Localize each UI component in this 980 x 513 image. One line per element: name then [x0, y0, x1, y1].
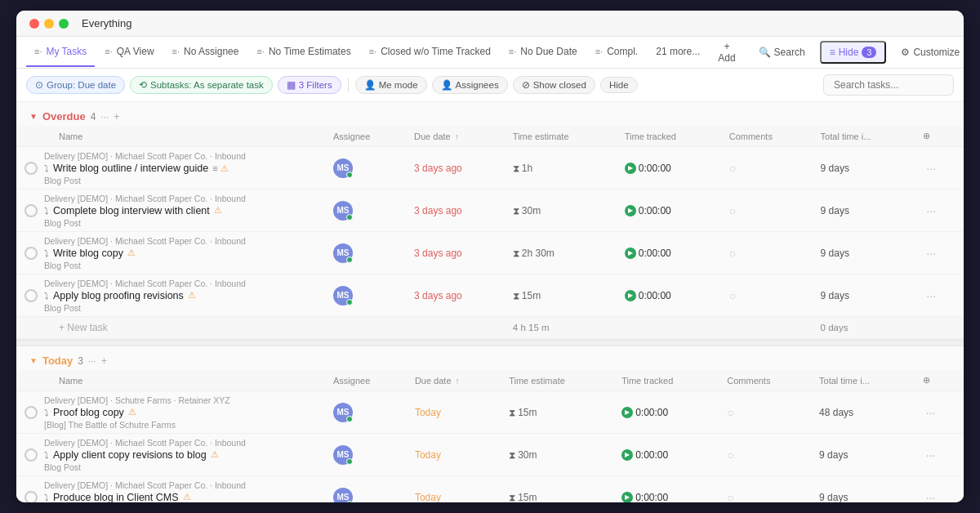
col-time-est-overdue: Time estimate	[506, 126, 618, 147]
more-button-5[interactable]: ···	[923, 406, 939, 419]
task-search[interactable]	[823, 74, 954, 96]
tab-21-more[interactable]: 21 more...	[648, 38, 708, 67]
task-more-1: ···	[916, 147, 964, 190]
filter-group-due-date[interactable]: ⊙ Group: Due date	[26, 76, 125, 94]
filter-icon: ▦	[287, 79, 296, 91]
hide-button[interactable]: ≡ Hide 3	[820, 41, 887, 64]
close-button[interactable]	[29, 19, 39, 29]
col-add-overdue[interactable]: ⊕	[916, 126, 964, 147]
avatar-dot-3	[346, 256, 353, 263]
filter-subtasks-label: Subtasks: As separate task	[150, 80, 264, 90]
filter-hide[interactable]: Hide	[600, 77, 638, 93]
total-time-4: 9 days	[821, 290, 849, 301]
tab-no-due-date[interactable]: ≡· No Due Date	[501, 38, 586, 67]
overdue-table: Name Assignee Due date ↑ Time estimate T…	[16, 126, 964, 340]
comment-icon-7[interactable]: ○	[727, 491, 733, 503]
more-button-1[interactable]: ···	[923, 162, 939, 175]
overdue-toggle[interactable]: ▼	[29, 112, 38, 121]
task-time-tracked-3: ▶0:00:00	[618, 232, 723, 274]
comment-icon-5[interactable]: ○	[727, 406, 733, 419]
task-title-6[interactable]: Apply client copy revisions to blog	[53, 449, 207, 461]
task-subtask-label-6: Blog Post	[44, 462, 81, 472]
task-title-5[interactable]: Proof blog copy	[53, 407, 124, 418]
filter-show-closed[interactable]: ⊘ Show closed	[513, 76, 595, 94]
summary-due	[408, 317, 506, 340]
task-assignee-1: MS	[327, 147, 408, 190]
task-comments-4: ○	[723, 274, 814, 317]
col-assignee-today: Assignee	[327, 370, 408, 391]
comment-icon-4[interactable]: ○	[729, 289, 736, 302]
search-input[interactable]	[823, 74, 954, 96]
task-checkbox-6[interactable]	[24, 448, 38, 462]
comment-icon-6[interactable]: ○	[727, 448, 733, 462]
avatar-4: MS	[333, 286, 353, 306]
task-total-6: 9 days	[813, 434, 916, 476]
filter-3-filters[interactable]: ▦ 3 Filters	[278, 76, 341, 94]
task-name-cell-7: Delivery [DEMO] · Michael Scott Paper Co…	[16, 476, 327, 503]
comment-icon-3[interactable]: ○	[729, 247, 736, 260]
avatar-dot-7	[346, 501, 353, 503]
maximize-button[interactable]	[59, 19, 69, 29]
overdue-add[interactable]: +	[114, 111, 119, 123]
more-button-4[interactable]: ···	[923, 289, 939, 302]
task-checkbox-2[interactable]	[24, 204, 38, 217]
add-tab-button[interactable]: + Add	[710, 37, 743, 68]
today-title: Today	[42, 355, 73, 367]
task-time-tracked-5: ▶0:00:00	[615, 391, 720, 434]
avatar-6: MS	[333, 445, 353, 465]
filter-hide-label: Hide	[609, 80, 629, 90]
col-add-today[interactable]: ⊕	[916, 370, 964, 391]
table-row: Delivery [DEMO] · Michael Scott Paper Co…	[16, 190, 964, 232]
task-title-3[interactable]: Write blog copy	[53, 248, 123, 259]
today-more[interactable]: ···	[88, 355, 96, 367]
task-checkbox-5[interactable]	[24, 406, 38, 419]
hide-icon: ≡	[830, 47, 835, 58]
traffic-lights	[29, 19, 69, 29]
task-title-1[interactable]: Write blog outline / interview guide	[53, 163, 208, 174]
comment-icon-2[interactable]: ○	[729, 204, 736, 217]
today-add[interactable]: +	[101, 355, 107, 367]
task-checkbox-4[interactable]	[24, 289, 38, 302]
more-button-6[interactable]: ···	[923, 448, 939, 462]
search-button[interactable]: 🔍 Search	[751, 42, 813, 62]
time-est-val-5: 15m	[518, 407, 537, 418]
comment-icon-1[interactable]: ○	[729, 162, 736, 175]
filter-subtasks[interactable]: ⟲ Subtasks: As separate task	[130, 76, 273, 94]
task-more-3: ···	[916, 232, 964, 274]
tab-my-tasks[interactable]: ≡· My Tasks	[26, 38, 95, 67]
tab-no-time-est[interactable]: ≡· No Time Estimates	[248, 38, 359, 67]
main-window: Everything ≡· My Tasks ≡· QA View ≡· No …	[16, 11, 964, 502]
more-button-3[interactable]: ···	[923, 247, 939, 260]
search-label: Search	[774, 47, 805, 58]
task-title-2[interactable]: Complete blog interview with client	[53, 205, 210, 216]
more-button-7[interactable]: ···	[923, 491, 939, 503]
task-title-4[interactable]: Apply blog proofing revisions	[53, 290, 184, 301]
due-date-5: Today	[415, 407, 441, 418]
task-title-7[interactable]: Produce blog in Client CMS	[53, 492, 179, 503]
minimize-button[interactable]	[44, 19, 54, 29]
warn-icon-6: ⚠	[211, 449, 219, 460]
task-comments-2: ○	[723, 190, 814, 232]
more-button-2[interactable]: ···	[923, 204, 939, 217]
tab-no-assignee[interactable]: ≡· No Assignee	[164, 38, 247, 67]
today-toggle[interactable]: ▼	[29, 356, 38, 365]
task-total-1: 9 days	[814, 147, 917, 190]
task-checkbox-7[interactable]	[24, 491, 38, 503]
task-due-6: Today	[408, 434, 502, 476]
overdue-more[interactable]: ···	[100, 111, 109, 123]
task-checkbox-1[interactable]	[24, 162, 38, 175]
filter-assignees[interactable]: 👤 Assignees	[432, 76, 508, 94]
filter-me-mode[interactable]: 👤 Me mode	[355, 76, 427, 94]
window-title: Everything	[82, 17, 131, 29]
tab-compl[interactable]: ≡· Compl.	[587, 38, 647, 67]
col-name-today: Name	[16, 370, 327, 391]
time-est-val-7: 15m	[518, 492, 537, 503]
customize-button[interactable]: ⚙ Customize	[893, 42, 964, 62]
timer-icon-4: ⧗	[513, 290, 519, 301]
tab-closed-wo-time[interactable]: ≡· Closed w/o Time Tracked	[361, 38, 499, 67]
task-checkbox-3[interactable]	[24, 247, 38, 260]
new-task-button-overdue[interactable]: + New task	[59, 322, 108, 333]
avatar-initials-3: MS	[337, 248, 350, 257]
task-name-1: ⤵ Write blog outline / interview guide ≡…	[44, 163, 246, 174]
tab-qa-view[interactable]: ≡· QA View	[96, 38, 162, 67]
